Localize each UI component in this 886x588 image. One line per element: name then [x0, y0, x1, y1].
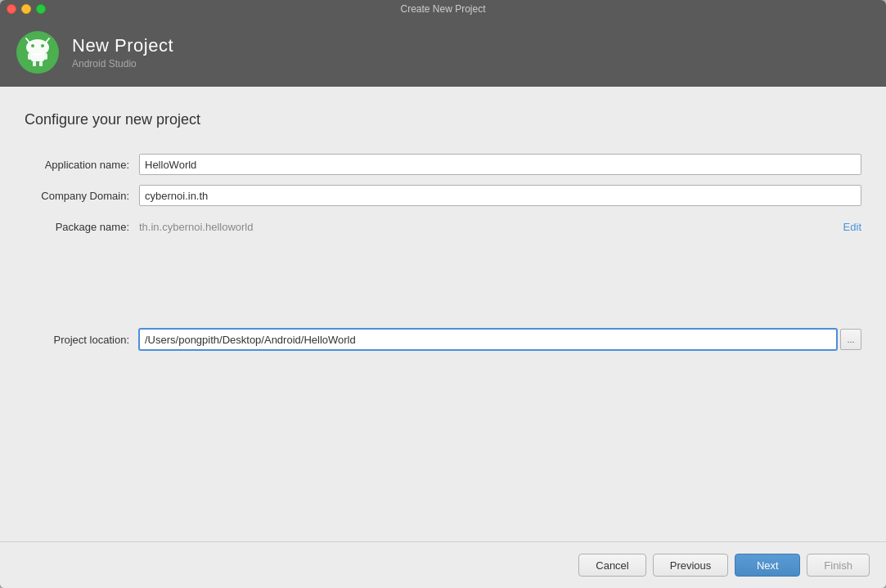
- android-studio-logo-icon: [16, 31, 59, 74]
- maximize-button[interactable]: [36, 4, 46, 14]
- title-bar: Create New Project: [0, 0, 886, 18]
- header-subtitle: Android Studio: [72, 58, 173, 70]
- svg-rect-8: [43, 53, 47, 60]
- previous-button[interactable]: Previous: [653, 554, 729, 577]
- package-name-row: Package name: th.in.cybernoi.helloworld …: [25, 215, 861, 238]
- window-title: Create New Project: [400, 3, 485, 15]
- browse-button[interactable]: ...: [840, 329, 861, 350]
- application-name-row: Application name:: [25, 153, 861, 176]
- svg-point-3: [41, 44, 44, 47]
- location-input-wrapper: ...: [139, 329, 861, 350]
- header: New Project Android Studio: [0, 18, 886, 87]
- main-window: Create New Project New Project Android S…: [0, 0, 886, 588]
- header-title: New Project: [72, 35, 173, 56]
- footer: Cancel Previous Next Finish: [0, 541, 886, 588]
- form-area: Application name: Company Domain: Packag…: [25, 153, 861, 246]
- next-button[interactable]: Next: [735, 554, 800, 577]
- edit-package-link[interactable]: Edit: [843, 221, 861, 233]
- svg-rect-9: [33, 61, 36, 66]
- package-name-label: Package name:: [25, 221, 139, 233]
- traffic-lights: [7, 4, 46, 14]
- application-name-input[interactable]: [139, 154, 861, 175]
- close-button[interactable]: [7, 4, 16, 14]
- minimize-button[interactable]: [21, 4, 31, 14]
- finish-button[interactable]: Finish: [807, 554, 870, 577]
- company-domain-input[interactable]: [139, 185, 861, 206]
- svg-rect-10: [39, 61, 43, 66]
- svg-rect-6: [31, 53, 44, 61]
- package-name-value: th.in.cybernoi.helloworld: [139, 221, 837, 233]
- project-location-row: Project location: ...: [25, 328, 861, 351]
- svg-rect-7: [28, 53, 32, 60]
- svg-point-2: [31, 44, 34, 47]
- main-content: Configure your new project Application n…: [0, 87, 886, 541]
- project-location-input[interactable]: [139, 329, 837, 350]
- project-location-section: Project location: ...: [25, 328, 861, 359]
- project-location-label: Project location:: [25, 334, 139, 346]
- page-title: Configure your new project: [25, 111, 861, 128]
- header-text-block: New Project Android Studio: [72, 35, 173, 70]
- company-domain-row: Company Domain:: [25, 184, 861, 207]
- cancel-button[interactable]: Cancel: [578, 554, 645, 577]
- application-name-label: Application name:: [25, 159, 139, 171]
- company-domain-label: Company Domain:: [25, 190, 139, 202]
